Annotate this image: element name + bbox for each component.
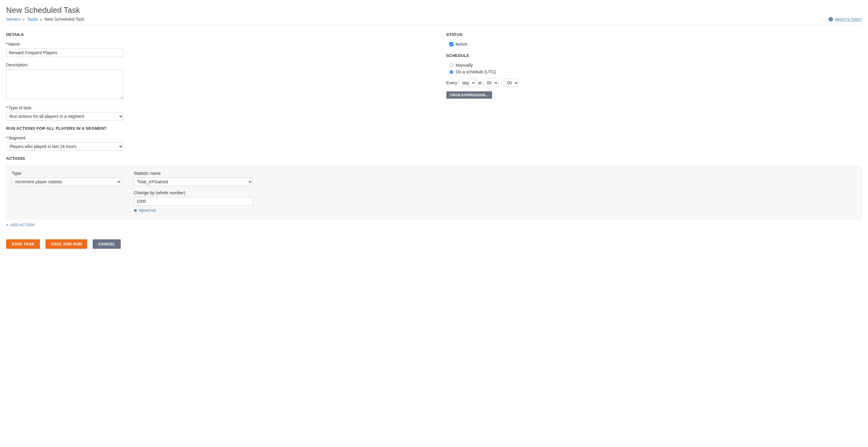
description-field[interactable] xyxy=(6,69,123,99)
type-of-task-select[interactable]: Run actions for all players in a segment xyxy=(6,112,123,121)
remove-action-label: REMOVE xyxy=(139,208,156,213)
statistic-name-label: Statistic name xyxy=(134,171,253,176)
name-field[interactable] xyxy=(6,48,123,57)
breadcrumb-current: New Scheduled Task xyxy=(44,17,84,22)
at-label: at xyxy=(478,80,482,85)
save-and-run-button[interactable]: SAVE AND RUN xyxy=(45,239,87,249)
description-label: Description xyxy=(6,62,123,67)
breadcrumb-sep-icon: ▸ xyxy=(40,18,42,21)
name-label: *Name xyxy=(6,42,123,46)
breadcrumb-sep-icon: ▸ xyxy=(23,18,25,21)
remove-icon: ✖ xyxy=(134,208,137,213)
change-by-field[interactable] xyxy=(134,197,253,206)
cancel-button[interactable]: CANCEL xyxy=(93,239,121,249)
breadcrumb-tasks[interactable]: Tasks xyxy=(27,17,38,22)
schedule-heading: SCHEDULE xyxy=(446,53,862,58)
schedule-unit-select[interactable]: day xyxy=(459,78,476,87)
add-action-link[interactable]: + ADD ACTION xyxy=(6,222,34,227)
segment-label: *Segment xyxy=(6,136,123,140)
plus-icon: + xyxy=(6,222,8,227)
on-schedule-label: On a schedule (UTC) xyxy=(456,69,496,74)
type-of-task-label-text: Type of task xyxy=(8,105,31,110)
status-heading: STATUS xyxy=(446,32,862,37)
segment-select[interactable]: Players who played in last 24 hours xyxy=(6,142,123,151)
schedule-hour-select[interactable]: 00 xyxy=(484,78,499,87)
time-colon: : xyxy=(501,80,502,85)
action-type-select[interactable]: Increment player statistic xyxy=(12,177,122,186)
on-schedule-radio[interactable] xyxy=(450,70,453,74)
name-label-text: Name xyxy=(8,42,20,46)
add-action-label: ADD ACTION xyxy=(10,222,34,227)
active-label: Active xyxy=(456,42,467,46)
segment-section-heading: RUN ACTIONS FOR ALL PLAYERS IN A SEGMENT xyxy=(6,126,434,131)
page-title: New Scheduled Task xyxy=(6,5,862,15)
segment-label-text: Segment xyxy=(8,136,25,140)
type-of-task-label: *Type of task xyxy=(6,105,123,110)
manually-radio[interactable] xyxy=(450,63,453,67)
statistic-name-select[interactable]: Total_XPGained xyxy=(134,177,253,186)
manually-label: Manually xyxy=(456,63,473,68)
breadcrumb-servers[interactable]: Servers xyxy=(6,17,21,22)
breadcrumb: Servers ▸ Tasks ▸ New Scheduled Task xyxy=(6,17,85,22)
every-label: Every xyxy=(446,80,457,85)
whats-this-link[interactable]: i WHAT'S THIS? xyxy=(829,17,862,22)
active-checkbox[interactable] xyxy=(450,42,453,46)
details-heading: DETAILS xyxy=(6,32,434,37)
cron-expression-button[interactable]: CRON EXPRESSION... xyxy=(446,91,492,99)
schedule-minute-select[interactable]: 00 xyxy=(504,78,519,87)
change-by-label: Change by (whole number) xyxy=(134,190,253,195)
whats-this-label: WHAT'S THIS? xyxy=(835,17,862,22)
info-icon: i xyxy=(829,17,833,21)
remove-action-link[interactable]: ✖ REMOVE xyxy=(134,208,156,213)
action-type-label: Type xyxy=(12,171,122,176)
breadcrumb-row: Servers ▸ Tasks ▸ New Scheduled Task i W… xyxy=(6,17,862,25)
actions-heading: ACTIONS xyxy=(6,156,434,161)
actions-card: Type Increment player statistic Statisti… xyxy=(6,166,862,219)
save-task-button[interactable]: SAVE TASK xyxy=(6,239,40,249)
